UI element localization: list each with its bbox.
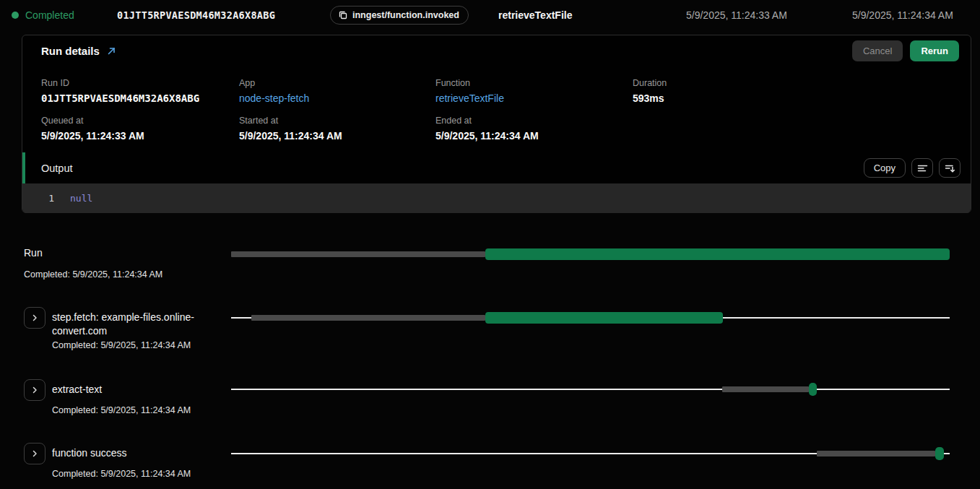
event-badge[interactable]: inngest/function.invoked [330,6,469,25]
status-dot-icon [12,12,19,19]
function-link[interactable]: retrieveTextFile [435,92,504,105]
event-badge-label: inngest/function.invoked [352,10,459,20]
trace-title: step.fetch: example-files.online-convert… [52,311,241,338]
line-number: 1 [22,193,54,204]
field-function: Function retrieveTextFile [435,78,504,105]
bar-queued-segment [231,251,485,257]
field-label: Started at [239,116,342,126]
copy-button[interactable]: Copy [864,158,906,178]
field-value: 5/9/2025, 11:24:34 AM [239,129,342,142]
bar-running-segment [935,447,943,460]
field-label: Function [435,78,504,89]
trace-completed-time: Completed: 5/9/2025, 11:24:34 AM [52,340,241,350]
field-started-at: Started at 5/9/2025, 11:24:34 AM [239,116,342,142]
panel-title: Run details [41,45,100,57]
field-value: 593ms [633,92,667,105]
trace-title: Run [24,246,213,260]
trace-row-run: Run Completed: 5/9/2025, 11:24:34 AM [24,246,213,280]
field-app: App node-step-fetch [239,78,309,105]
field-value: 5/9/2025, 11:24:33 AM [41,129,144,142]
rerun-button[interactable]: Rerun [910,40,959,61]
bar-queued-segment [251,315,485,321]
trace-bar-step-fetch [231,311,950,324]
output-value: null [70,193,92,204]
scroll-to-bottom-icon[interactable] [939,158,961,178]
run-status: Completed [12,0,74,30]
expand-step-button[interactable] [24,307,45,329]
run-details-page: Completed 01JTT5RPVAESDM46M32A6X8ABG inn… [0,0,980,489]
bar-running-segment [485,312,722,324]
field-label: Ended at [435,116,539,126]
field-label: Run ID [41,78,199,89]
output-code-block: 1 null [22,183,971,213]
panel-header: Run details Cancel Rerun [22,35,971,66]
top-started-time: 5/9/2025, 11:24:34 AM [852,0,953,30]
expand-step-button[interactable] [24,379,45,401]
trace-bar-function-success [231,447,950,460]
top-queued-time: 5/9/2025, 11:24:33 AM [686,0,787,30]
field-label: App [239,78,309,89]
bar-running-segment [485,248,950,260]
status-label: Completed [25,9,74,21]
run-details-panel: Run details Cancel Rerun Run ID 01JTT5RP… [22,35,971,213]
word-wrap-icon[interactable] [911,158,933,178]
external-link-icon[interactable] [107,46,116,56]
trace-completed-time: Completed: 5/9/2025, 11:24:34 AM [24,269,213,280]
field-label: Queued at [41,116,144,126]
field-run-id: Run ID 01JTT5RPVAESDM46M32A6X8ABG [41,78,199,105]
bar-queued-segment [817,451,935,456]
output-header: Output Copy [22,152,971,183]
top-function-name: retrieveTextFile [498,0,572,30]
trace-completed-time: Completed: 5/9/2025, 11:24:34 AM [52,469,241,479]
trace-row-step-fetch: step.fetch: example-files.online-convert… [24,307,241,350]
top-bar: Completed 01JTT5RPVAESDM46M32A6X8ABG inn… [0,0,980,30]
trace-completed-time: Completed: 5/9/2025, 11:24:34 AM [52,405,241,415]
event-icon [338,10,348,20]
trace-row-function-success: function success Completed: 5/9/2025, 11… [24,443,241,479]
bar-running-segment [809,383,817,396]
trace-bar-run [231,248,950,261]
trace-bar-extract-text [231,383,950,396]
app-link[interactable]: node-step-fetch [239,92,309,105]
field-value: 5/9/2025, 11:24:34 AM [435,129,539,142]
trace-row-extract-text: extract-text Completed: 5/9/2025, 11:24:… [24,379,241,415]
field-value: 01JTT5RPVAESDM46M32A6X8ABG [41,92,199,105]
expand-step-button[interactable] [24,443,45,464]
field-label: Duration [633,78,667,89]
field-queued-at: Queued at 5/9/2025, 11:24:33 AM [41,116,144,142]
bar-track [231,389,950,390]
field-ended-at: Ended at 5/9/2025, 11:24:34 AM [435,116,539,142]
output-title: Output [41,163,73,174]
bar-queued-segment [722,386,809,392]
cancel-button[interactable]: Cancel [852,40,903,61]
trace-title: function success [52,446,241,460]
output-accent-bar [22,152,25,183]
field-duration: Duration 593ms [633,78,667,105]
trace-title: extract-text [52,383,241,397]
top-run-id: 01JTT5RPVAESDM46M32A6X8ABG [117,0,275,30]
